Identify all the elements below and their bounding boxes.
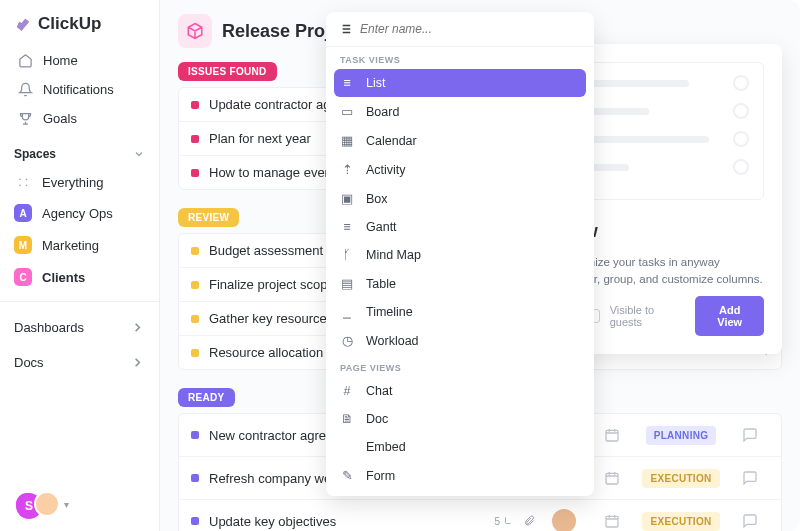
primary-nav: Home Notifications Goals [0, 44, 159, 135]
nav-notifications-label: Notifications [43, 82, 114, 97]
view-option-label: Calendar [366, 134, 417, 148]
view-option-list[interactable]: ≡List [334, 69, 586, 97]
assignee-cell[interactable] [545, 509, 583, 531]
view-option-label: Workload [366, 334, 419, 348]
assignee-avatar [552, 509, 576, 531]
task-title: Update key objectives [209, 514, 484, 529]
date-cell[interactable] [593, 513, 631, 529]
comment-icon [742, 427, 758, 443]
svg-rect-4 [606, 516, 618, 527]
user-avatar-bar[interactable]: S ▾ [0, 477, 159, 531]
attachment-icon [523, 515, 535, 527]
chat-icon: # [340, 384, 354, 398]
view-option-timeline[interactable]: ⎯Timeline [326, 298, 594, 326]
phase-cell[interactable]: EXECUTION [641, 469, 721, 488]
group-status-chip[interactable]: ISSUES FOUND [178, 62, 277, 81]
phase-badge: PLANNING [646, 426, 717, 445]
status-dot [191, 315, 199, 323]
add-view-dropdown: TASK VIEWS ≡List▭Board▦Calendar⇡Activity… [326, 12, 594, 496]
view-option-workload[interactable]: ◷Workload [326, 326, 594, 355]
space-label: Agency Ops [42, 206, 113, 221]
view-option-label: Mind Map [366, 248, 421, 262]
brand-logo[interactable]: ClickUp [0, 0, 159, 44]
box-icon: ▣ [340, 191, 354, 206]
activity-icon: ⇡ [340, 162, 354, 177]
form-icon: ✎ [340, 468, 354, 483]
doc-icon: 🗎 [340, 412, 354, 426]
view-option-table[interactable]: ▤Table [326, 269, 594, 298]
view-option-calendar[interactable]: ▦Calendar [326, 126, 594, 155]
status-dot [191, 431, 199, 439]
nav-home[interactable]: Home [10, 46, 149, 75]
view-name-input[interactable] [360, 22, 582, 36]
nav-notifications[interactable]: Notifications [10, 75, 149, 104]
workload-icon: ◷ [340, 333, 354, 348]
view-option-doc[interactable]: 🗎Doc [326, 405, 594, 433]
nav-home-label: Home [43, 53, 78, 68]
phase-cell[interactable]: PLANNING [641, 426, 721, 445]
caret-down-icon: ▾ [64, 499, 69, 510]
view-option-board[interactable]: ▭Board [326, 97, 594, 126]
nav-goals[interactable]: Goals [10, 104, 149, 133]
group-status-chip[interactable]: READY [178, 388, 235, 407]
status-dot [191, 517, 199, 525]
view-option-chat[interactable]: #Chat [326, 377, 594, 405]
view-option-embed[interactable]: Embed [326, 433, 594, 461]
view-option-label: Table [366, 277, 396, 291]
space-item-marketing[interactable]: MMarketing [0, 229, 159, 261]
comment-cell[interactable] [731, 513, 769, 529]
chevron-down-icon [133, 148, 145, 160]
comment-cell[interactable] [731, 427, 769, 443]
subtask-count: 5 [494, 516, 513, 527]
nav-dashboards[interactable]: Dashboards [0, 310, 159, 345]
svg-rect-2 [606, 430, 618, 441]
space-label: Clients [42, 270, 85, 285]
gantt-icon: ≡ [340, 220, 354, 234]
status-dot [191, 281, 199, 289]
task-row[interactable]: Update key objectives5 EXECUTION [179, 500, 781, 531]
avatar-photo [34, 491, 60, 517]
view-option-mind-map[interactable]: ᚶMind Map [326, 241, 594, 269]
phase-badge: EXECUTION [642, 512, 719, 531]
view-option-label: Timeline [366, 305, 413, 319]
nav-goals-label: Goals [43, 111, 77, 126]
svg-text:S: S [25, 499, 33, 513]
view-option-gantt[interactable]: ≡Gantt [326, 213, 594, 241]
chevron-right-icon [130, 355, 145, 370]
spaces-header[interactable]: Spaces [0, 135, 159, 167]
trophy-icon [18, 111, 33, 126]
nav-docs[interactable]: Docs [0, 345, 159, 380]
date-cell[interactable] [593, 470, 631, 486]
comment-icon [742, 470, 758, 486]
space-label: Marketing [42, 238, 99, 253]
status-dot [191, 135, 199, 143]
phase-cell[interactable]: EXECUTION [641, 512, 721, 531]
space-everything[interactable]: ⸬ Everything [0, 167, 159, 197]
view-option-label: Embed [366, 440, 406, 454]
space-item-agency-ops[interactable]: AAgency Ops [0, 197, 159, 229]
box-icon [186, 22, 204, 40]
list-icon [338, 22, 352, 36]
status-dot [191, 169, 199, 177]
view-option-activity[interactable]: ⇡Activity [326, 155, 594, 184]
status-dot [191, 474, 199, 482]
bell-icon [18, 82, 33, 97]
view-option-form[interactable]: ✎Form [326, 461, 594, 490]
calendar-icon: ▦ [340, 133, 354, 148]
main-content: Release Project ISSUES FOUND Update cont… [160, 0, 800, 531]
view-option-label: Gantt [366, 220, 397, 234]
space-everything-label: Everything [42, 175, 103, 190]
view-option-label: List [366, 76, 385, 90]
group-status-chip[interactable]: REVIEW [178, 208, 239, 227]
comment-cell[interactable] [731, 470, 769, 486]
view-option-box[interactable]: ▣Box [326, 184, 594, 213]
left-sidebar: ClickUp Home Notifications Goals Spaces … [0, 0, 160, 531]
nav-dashboards-label: Dashboards [14, 320, 84, 335]
task-views-label: TASK VIEWS [326, 47, 594, 69]
nav-docs-label: Docs [14, 355, 44, 370]
calendar-icon [604, 470, 620, 486]
date-cell[interactable] [593, 427, 631, 443]
view-name-input-row [326, 12, 594, 47]
add-view-button[interactable]: Add View [695, 296, 764, 336]
space-item-clients[interactable]: CClients [0, 261, 159, 293]
